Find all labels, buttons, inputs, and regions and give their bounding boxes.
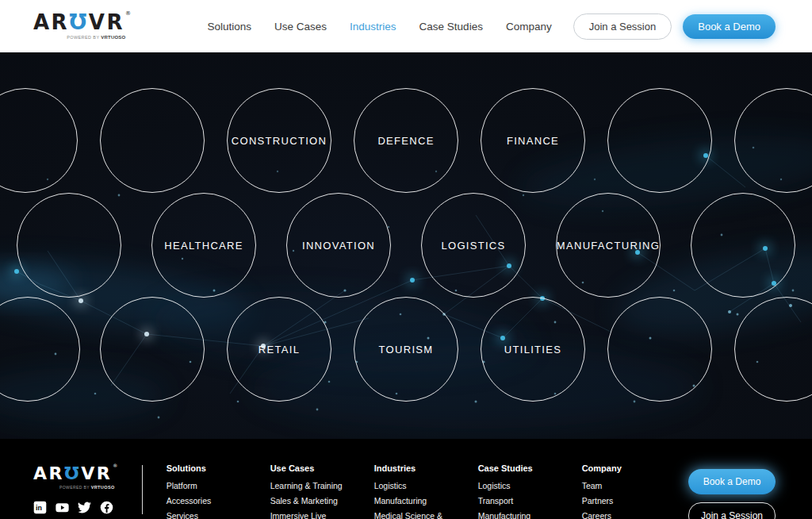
brand-wordmark: ARƱVR®	[33, 12, 132, 33]
industry-circle-innovation[interactable]: INNOVATION	[286, 193, 391, 298]
brand-u-glyph: Ʊ	[69, 12, 89, 33]
brand-u-glyph: Ʊ	[64, 463, 81, 483]
brand-suffix: VR	[81, 463, 112, 483]
decorative-circle	[607, 88, 712, 193]
industry-label: LOGISTICS	[441, 240, 505, 252]
nav-link-company[interactable]: Company	[506, 21, 552, 33]
youtube-icon[interactable]	[56, 501, 69, 514]
footer-link[interactable]: Manufacturing	[478, 511, 582, 519]
footer-column-heading[interactable]: Industries	[374, 463, 478, 473]
brand-logo[interactable]: ARƱVR® POWERED BY VRTUOSO	[33, 12, 132, 40]
industry-label: INNOVATION	[302, 240, 375, 252]
brand-suffix: VR	[89, 12, 124, 33]
powered-by-text: POWERED BY	[59, 485, 90, 490]
powered-by-brand: VRTUOSO	[91, 485, 115, 490]
footer-link[interactable]: Services	[167, 511, 270, 519]
nav-link-industries[interactable]: Industries	[350, 21, 396, 33]
nav-link-solutions[interactable]: Solutions	[207, 21, 251, 33]
footer-join-session-button[interactable]: Join a Session	[688, 502, 776, 519]
page: ARƱVR® POWERED BY VRTUOSO SolutionsUse C…	[0, 0, 812, 519]
powered-by-line: POWERED BY VRTUOSO	[33, 485, 120, 490]
footer-brand-wordmark[interactable]: ARƱVR®	[33, 463, 120, 483]
footer-link[interactable]: Medical Science &	[374, 511, 478, 519]
decorative-circle	[691, 193, 795, 298]
nav-link-use-cases[interactable]: Use Cases	[274, 21, 327, 33]
industry-circle-defence[interactable]: DEFENCE	[354, 88, 458, 193]
footer-brand-block: ARƱVR® POWERED BY VRTUOSO in	[33, 463, 120, 514]
footer-column-heading[interactable]: Company	[582, 463, 676, 473]
footer-column-heading[interactable]: Solutions	[167, 463, 270, 473]
industry-circle-construction[interactable]: CONSTRUCTION	[227, 88, 331, 193]
main-nav: SolutionsUse CasesIndustriesCase Studies…	[207, 21, 551, 33]
registered-mark: ®	[125, 11, 133, 17]
footer-link[interactable]: Manufacturing	[374, 496, 478, 506]
registered-mark: ®	[113, 463, 120, 468]
industry-label: FINANCE	[507, 135, 559, 147]
svg-text:in: in	[36, 504, 42, 512]
footer-column-heading[interactable]: Case Studies	[478, 463, 582, 473]
facebook-icon[interactable]	[100, 501, 113, 514]
footer-column-use-cases: Use CasesLearning & TrainingSales & Mark…	[270, 463, 374, 519]
footer-divider	[142, 465, 143, 514]
powered-by-text: POWERED BY	[67, 35, 99, 40]
industry-circle-healthcare[interactable]: HEALTHCARE	[151, 193, 256, 298]
industry-circle-tourism[interactable]: TOURISM	[354, 297, 458, 402]
linkedin-icon[interactable]: in	[33, 501, 47, 514]
footer-link-columns: SolutionsPlatformAccessoriesServicesUse …	[167, 463, 676, 519]
twitter-icon[interactable]	[78, 501, 91, 514]
footer: ARƱVR® POWERED BY VRTUOSO in	[0, 439, 812, 519]
industry-label: HEALTHCARE	[164, 240, 243, 252]
industry-label: UTILITIES	[504, 344, 561, 356]
footer-link[interactable]: Careers	[582, 511, 676, 519]
footer-column-heading[interactable]: Use Cases	[270, 463, 374, 473]
footer-buttons: Book a Demo Join a Session	[688, 469, 776, 519]
join-session-button[interactable]: Join a Session	[573, 13, 672, 40]
header-buttons: Join a Session Book a Demo	[573, 13, 776, 40]
decorative-circle	[100, 88, 205, 193]
brand-prefix: AR	[33, 463, 64, 483]
footer-book-demo-button[interactable]: Book a Demo	[688, 469, 776, 494]
footer-link[interactable]: Partners	[582, 496, 676, 506]
industry-label: TOURISM	[379, 344, 434, 356]
industries-hero: CONSTRUCTIONDEFENCEFINANCEHEALTHCAREINNO…	[0, 52, 812, 439]
brand-prefix: AR	[33, 12, 69, 33]
social-links: in	[33, 501, 120, 514]
decorative-circle	[100, 297, 205, 402]
nav-link-case-studies[interactable]: Case Studies	[419, 21, 483, 33]
footer-link[interactable]: Learning & Training	[270, 481, 374, 490]
footer-link[interactable]: Team	[582, 481, 676, 490]
industry-label: CONSTRUCTION	[232, 135, 327, 147]
footer-column-industries: IndustriesLogisticsManufacturingMedical …	[374, 463, 478, 519]
industry-circle-utilities[interactable]: UTILITIES	[481, 297, 585, 402]
footer-column-case-studies: Case StudiesLogisticsTransportManufactur…	[478, 463, 582, 519]
footer-link[interactable]: Immersive Live	[270, 511, 374, 519]
footer-link[interactable]: Logistics	[478, 481, 582, 490]
industry-circle-retail[interactable]: RETAIL	[227, 297, 331, 402]
footer-link[interactable]: Transport	[478, 496, 582, 506]
footer-column-solutions: SolutionsPlatformAccessoriesServices	[167, 463, 270, 519]
decorative-circle	[607, 297, 712, 402]
industry-label: MANUFACTURING	[557, 240, 660, 252]
industry-label: RETAIL	[259, 344, 300, 356]
industry-circle-manufacturing[interactable]: MANUFACTURING	[556, 193, 661, 298]
footer-link[interactable]: Accessories	[167, 496, 270, 506]
powered-by-brand: VRTUOSO	[101, 35, 125, 40]
footer-link[interactable]: Platform	[167, 481, 270, 490]
header: ARƱVR® POWERED BY VRTUOSO SolutionsUse C…	[0, 0, 812, 52]
footer-link[interactable]: Logistics	[374, 481, 478, 490]
book-demo-button[interactable]: Book a Demo	[683, 14, 776, 39]
industry-circle-finance[interactable]: FINANCE	[481, 88, 585, 193]
decorative-circle	[17, 193, 121, 298]
industry-label: DEFENCE	[377, 135, 434, 147]
powered-by-line: POWERED BY VRTUOSO	[33, 35, 132, 40]
footer-link[interactable]: Sales & Marketing	[270, 496, 374, 506]
footer-column-company: CompanyTeamPartnersCareers	[582, 463, 676, 519]
industry-circle-logistics[interactable]: LOGISTICS	[421, 193, 526, 298]
